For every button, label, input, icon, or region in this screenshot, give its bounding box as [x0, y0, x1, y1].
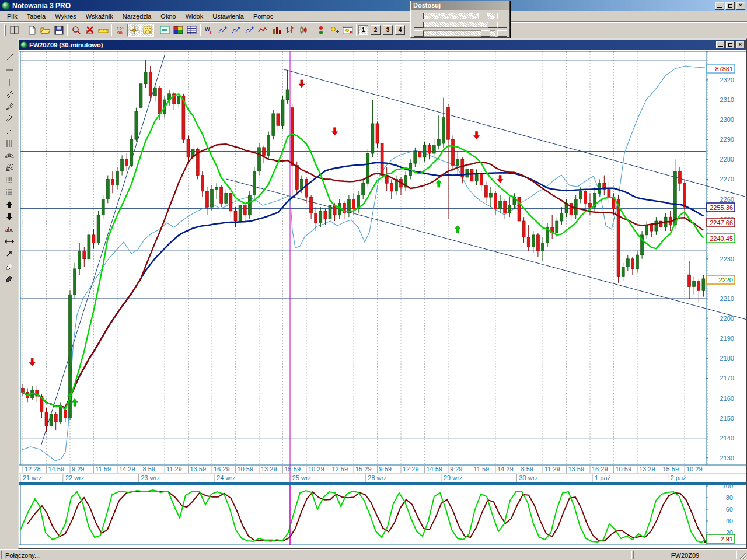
- slider-right-button[interactable]: [497, 13, 507, 19]
- fib-arcs-tool[interactable]: [2, 149, 16, 162]
- layout-1-button[interactable]: 1: [358, 25, 368, 35]
- connection-status: Połączony...: [1, 551, 632, 559]
- zigzag-3-button[interactable]: [243, 24, 256, 37]
- parallel-lines-tool[interactable]: [2, 88, 16, 100]
- menu-item-ustawienia[interactable]: Ustawienia: [208, 12, 249, 21]
- eraser-all-tool[interactable]: [2, 272, 16, 284]
- horizontal-line-tool[interactable]: [2, 64, 16, 76]
- ray-line-tool[interactable]: [2, 125, 16, 137]
- price-tick-label: 2260: [720, 196, 734, 203]
- gann-fan-tool[interactable]: [2, 162, 16, 174]
- dostosuj-slider-row: [414, 21, 507, 28]
- pitchfork-tool[interactable]: [2, 113, 16, 125]
- price-digits-button[interactable]: 12³90: [114, 24, 127, 37]
- layout-4-button[interactable]: 4: [395, 25, 405, 35]
- toolbar-grip[interactable]: [4, 24, 6, 36]
- time-label: 9:29: [72, 466, 84, 473]
- slider-track[interactable]: [424, 13, 495, 19]
- price-tick-label: 2180: [720, 355, 734, 362]
- delete-red-x-button[interactable]: [83, 24, 96, 37]
- close-button[interactable]: ×: [736, 2, 745, 10]
- minimize-button[interactable]: [715, 2, 724, 10]
- eraser-tool[interactable]: [2, 260, 16, 272]
- slider-right-button[interactable]: [497, 22, 507, 28]
- menu-item-pomoc[interactable]: Pomoc: [249, 12, 278, 21]
- arrow-up-tool[interactable]: [2, 198, 16, 211]
- wl-letters-button[interactable]: WL: [203, 24, 216, 37]
- menu-item-wskaźnik[interactable]: Wskaźnik: [81, 12, 118, 21]
- menu-item-tabela[interactable]: Tabela: [22, 12, 50, 21]
- open-folder-button[interactable]: [39, 24, 52, 37]
- pointer-tool[interactable]: [2, 247, 16, 260]
- line-chart-button[interactable]: [256, 24, 270, 37]
- svg-text:L: L: [210, 30, 213, 35]
- chart-point-button[interactable]: [341, 24, 354, 37]
- vertical-grid-tool[interactable]: [2, 137, 16, 149]
- dostosuj-palette: Dostosuj: [410, 1, 510, 38]
- menu-item-narzędzia[interactable]: Narzędzia: [118, 12, 156, 21]
- fan-lines-tool[interactable]: [2, 100, 16, 113]
- date-label: 2 paź: [671, 474, 686, 481]
- zigzag-2-button[interactable]: [229, 24, 243, 37]
- slider-thumb[interactable]: [481, 30, 490, 37]
- time-label: 9:59: [379, 466, 392, 473]
- menu-item-okno[interactable]: Okno: [156, 12, 180, 21]
- app-title-bar[interactable]: Notowania 3 PRO ×: [0, 0, 747, 11]
- menu-item-wykres[interactable]: Wykres: [50, 12, 81, 21]
- slider-thumb[interactable]: [488, 22, 497, 28]
- histogram-button[interactable]: [270, 24, 283, 37]
- osc-tick-label: 80: [726, 494, 733, 501]
- arrow-down-tool[interactable]: [2, 211, 16, 223]
- ruler-button[interactable]: [96, 24, 110, 37]
- resize-grip[interactable]: [738, 551, 746, 559]
- layout-3-button[interactable]: 3: [383, 25, 393, 35]
- osc-tick-label: 40: [726, 517, 733, 524]
- fib-time-tool[interactable]: [2, 186, 16, 198]
- slider-left-button[interactable]: [414, 22, 424, 28]
- chart-close-button[interactable]: ×: [736, 41, 745, 48]
- fib-retracement-tool[interactable]: [2, 174, 16, 186]
- svg-text:abc: abc: [5, 226, 13, 233]
- toolbar-separator: [111, 24, 112, 36]
- slider-thumb[interactable]: [478, 13, 487, 19]
- restore-button[interactable]: [725, 2, 735, 10]
- trend-line-tool[interactable]: [2, 51, 16, 64]
- toolbar-separator: [200, 24, 201, 36]
- toolbar-separator: [67, 24, 68, 36]
- save-button[interactable]: [52, 24, 65, 37]
- pattern-marker-button[interactable]: [141, 24, 154, 37]
- chart-restore-button[interactable]: [726, 41, 735, 48]
- price-tick-label: 2190: [720, 335, 734, 342]
- application-window: Notowania 3 PRO × PlikTabelaWykresWskaźn…: [0, 0, 747, 560]
- expand-horizontal-tool[interactable]: [2, 235, 16, 247]
- zoom-button[interactable]: [69, 24, 83, 37]
- slider-track[interactable]: [424, 30, 495, 37]
- time-label: 11:59: [474, 466, 490, 473]
- slider-track[interactable]: [424, 22, 495, 28]
- crosshair-marker-button[interactable]: [127, 24, 141, 37]
- ohlc-bars-button[interactable]: [283, 24, 296, 37]
- text-tool-tool[interactable]: abc: [2, 223, 16, 235]
- slider-left-button[interactable]: [414, 30, 424, 37]
- menu-item-plik[interactable]: Plik: [2, 12, 22, 21]
- add-point-button[interactable]: [327, 24, 341, 37]
- zigzag-1-button[interactable]: [216, 24, 229, 37]
- chart-window-title: FW20Z09 (30-minutowo): [29, 41, 716, 48]
- chart-window-title-bar[interactable]: FW20Z09 (30-minutowo) ×: [19, 40, 746, 50]
- vertical-line-tool[interactable]: [2, 76, 16, 88]
- signal-dots-button[interactable]: [314, 24, 327, 37]
- date-label: 21 wrz: [23, 474, 41, 481]
- color-table-button[interactable]: [172, 24, 185, 37]
- new-file-button[interactable]: [25, 24, 39, 37]
- candlesticks-button[interactable]: [296, 24, 310, 37]
- menu-item-widok[interactable]: Widok: [181, 12, 208, 21]
- quotes-table-button[interactable]: [158, 24, 172, 37]
- price-chart[interactable]: 2130214021502160217021802190220022102220…: [19, 50, 746, 548]
- layout-2-button[interactable]: 2: [371, 25, 381, 35]
- chart-minimize-button[interactable]: [716, 41, 725, 48]
- slider-right-button[interactable]: [497, 30, 507, 37]
- slider-left-button[interactable]: [414, 13, 424, 19]
- dostosuj-title-bar[interactable]: Dostosuj: [411, 1, 509, 10]
- list-table-button[interactable]: [185, 24, 198, 37]
- window-panes-button[interactable]: [8, 24, 21, 37]
